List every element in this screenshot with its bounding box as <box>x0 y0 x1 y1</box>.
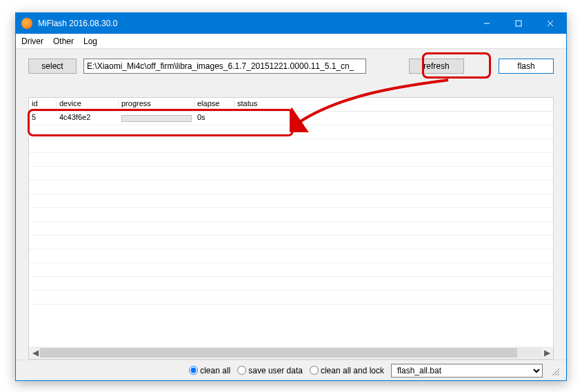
titlebar[interactable]: MiFlash 2016.08.30.0 <box>16 13 566 34</box>
radio-save-user-input[interactable] <box>237 366 246 375</box>
table-body: 5 4c43f6e2 0s <box>29 112 553 347</box>
scroll-right-icon[interactable]: ▶ <box>542 348 552 358</box>
app-window: MiFlash 2016.08.30.0 Driver Other Log se… <box>15 12 567 381</box>
select-button[interactable]: select <box>28 59 77 74</box>
cell-progress <box>119 112 194 125</box>
close-button[interactable] <box>534 13 566 34</box>
app-icon <box>21 18 32 29</box>
cell-device: 4c43f6e2 <box>57 112 119 125</box>
refresh-button[interactable]: refresh <box>409 59 464 74</box>
horizontal-scrollbar[interactable]: ◀ ▶ <box>29 347 553 359</box>
progress-bar <box>121 115 192 122</box>
radio-clean-lock-input[interactable] <box>310 366 319 375</box>
resize-grip-icon[interactable] <box>550 366 559 375</box>
minimize-button[interactable] <box>471 13 503 34</box>
table-header: id device progress elapse status <box>29 98 553 112</box>
scroll-left-icon[interactable]: ◀ <box>30 348 40 358</box>
cell-id: 5 <box>29 112 57 125</box>
maximize-button[interactable] <box>503 13 534 34</box>
toolbar: select refresh flash <box>16 49 566 79</box>
window-title: MiFlash 2016.08.30.0 <box>38 19 471 28</box>
menu-driver[interactable]: Driver <box>21 37 43 46</box>
menu-other[interactable]: Other <box>53 37 74 46</box>
path-input[interactable] <box>83 59 366 74</box>
menu-log[interactable]: Log <box>83 37 97 46</box>
col-device[interactable]: device <box>57 98 119 111</box>
radio-clean-all-lock[interactable]: clean all and lock <box>310 366 384 375</box>
device-table: id device progress elapse status 5 4c43f… <box>28 97 554 360</box>
window-controls <box>471 13 566 34</box>
bat-select[interactable]: flash_all.bat <box>391 364 543 378</box>
col-progress[interactable]: progress <box>119 98 194 111</box>
col-id[interactable]: id <box>29 98 57 111</box>
svg-line-6 <box>558 374 559 375</box>
bottom-bar: clean all save user data clean all and l… <box>16 360 566 380</box>
flash-button[interactable]: flash <box>499 59 554 74</box>
menubar: Driver Other Log <box>16 34 566 49</box>
radio-save-user-data[interactable]: save user data <box>237 366 303 375</box>
cell-status <box>234 112 276 125</box>
table-row[interactable]: 5 4c43f6e2 0s <box>29 112 553 125</box>
col-status[interactable]: status <box>234 98 276 111</box>
radio-clean-all[interactable]: clean all <box>189 366 230 375</box>
col-elapse[interactable]: elapse <box>194 98 234 111</box>
svg-rect-1 <box>516 21 521 26</box>
radio-clean-all-input[interactable] <box>189 366 198 375</box>
cell-elapse: 0s <box>194 112 234 125</box>
